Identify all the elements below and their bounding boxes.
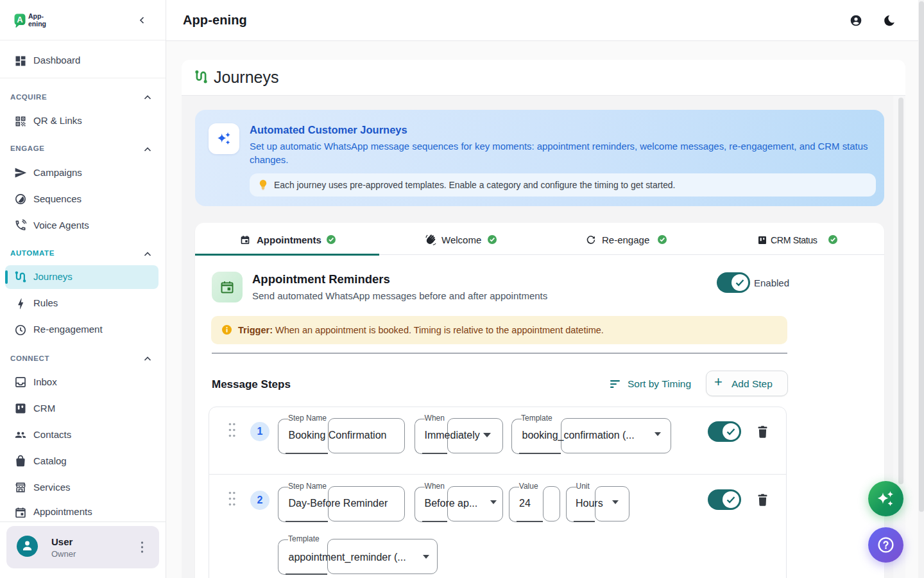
svg-text:A: A — [17, 15, 23, 24]
